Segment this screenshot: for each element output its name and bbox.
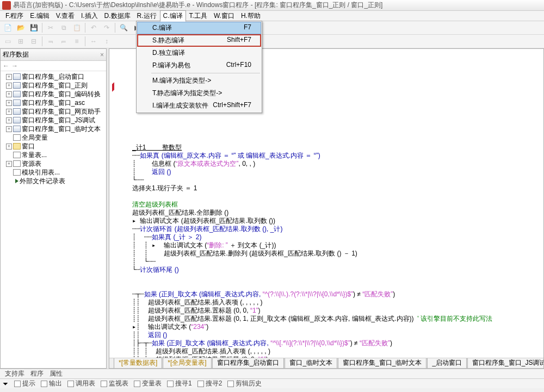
tree-item[interactable]: 模块引用表... (3, 168, 106, 177)
expand-icon[interactable]: + (6, 83, 12, 89)
tree-item[interactable]: +窗口程序集_窗口_asc (3, 98, 106, 107)
tree-item[interactable]: +资源表 (3, 159, 106, 168)
close-icon[interactable]: × (100, 51, 104, 59)
expand-icon[interactable]: + (6, 144, 12, 150)
toolbar-1: 📄 📂 💾 ✂ ⧉ 📋 ↶ ↷ 🔍 ▶ ■ ⏸ ⬇ ⬆ (0, 21, 544, 35)
cut-icon[interactable]: ✂ (45, 22, 57, 34)
tree-label: 窗口程序集_启动窗口 (22, 72, 84, 82)
win-icon (13, 126, 21, 132)
menu-item-compile-installer[interactable]: I.编译生成安装软件Ctrl+Shift+F7 (137, 99, 261, 112)
menu-compile[interactable]: C.编译 (160, 10, 186, 22)
tb2-2[interactable]: ⊞ (15, 35, 27, 47)
tree-label: 窗口程序集_窗口_编码转换 (22, 90, 101, 99)
expand-icon[interactable]: + (6, 74, 12, 80)
app-icon (2, 1, 11, 10)
tb2-3[interactable]: ⊟ (28, 35, 40, 47)
tab-cliphist[interactable]: 剪辑历史 (227, 379, 262, 388)
tb2-8[interactable]: ↕ (101, 35, 113, 47)
project-tree[interactable]: +窗口程序集_启动窗口+窗口程序集_窗口_正则+窗口程序集_窗口_编码转换+窗口… (1, 71, 106, 368)
win-icon (13, 82, 21, 89)
sidebar-toolbar: ← → (1, 61, 106, 71)
tree-item[interactable]: 全局变量 (3, 133, 106, 142)
editor-tab[interactable]: 窗口程序集_启动窗口 (212, 358, 285, 368)
menu-item-static-compile[interactable]: S.静态编译Shift+F7 (137, 34, 261, 47)
editor-tab[interactable]: _启动窗口 (427, 358, 467, 368)
search-icon (197, 381, 204, 387)
tab-hint[interactable]: 提示 (14, 379, 35, 388)
new-icon[interactable]: 📄 (2, 22, 14, 34)
tab-properties[interactable]: 属性 (48, 369, 63, 378)
tree-item[interactable]: +窗口程序集_窗口_临时文本 (3, 125, 106, 133)
editor-tab[interactable]: 窗口_临时文本 (285, 358, 337, 368)
tab-support-lib[interactable]: 支持库 (3, 369, 24, 378)
tree-item[interactable]: +窗口程序集_启动窗口 (3, 72, 106, 81)
tab-search1[interactable]: 搜寻1 (167, 379, 192, 388)
save-icon[interactable]: 💾 (28, 22, 40, 34)
forward-icon[interactable]: → (11, 62, 18, 70)
expand-icon[interactable]: + (6, 91, 12, 97)
redo-icon[interactable]: ↷ (101, 22, 113, 34)
menu-help[interactable]: H.帮助 (238, 10, 264, 22)
expand-icon[interactable]: + (6, 109, 12, 115)
back-icon[interactable]: ← (3, 62, 9, 70)
expand-icon[interactable]: + (6, 161, 12, 167)
watch-icon (101, 381, 107, 387)
expand-icon[interactable]: + (6, 117, 12, 123)
titlebar: 易语言(加密狗版) - C:\Users\于然\Desktop\ilnshi\e… (0, 0, 544, 11)
menu-database[interactable]: D.数据库 (101, 10, 134, 22)
menu-file[interactable]: F.程序 (2, 10, 27, 22)
tree-label: 全局变量 (22, 133, 48, 142)
menu-item-static-compile-as-type[interactable]: T.静态编译为指定类型-> (137, 87, 261, 99)
tb2-4[interactable]: ⫬ (45, 35, 57, 47)
tree-label: 常量表... (22, 151, 47, 160)
tree-item[interactable]: +窗口 (3, 142, 106, 151)
tab-search2[interactable]: 搜寻2 (197, 379, 222, 388)
editor-tab[interactable]: 窗口程序集_窗口_临时文本 (338, 358, 426, 368)
win-icon (13, 91, 21, 97)
tb2-1[interactable]: ▭ (2, 35, 14, 47)
menu-run[interactable]: R.运行 (134, 10, 160, 22)
menu-window[interactable]: W.窗口 (211, 10, 238, 22)
sidebar-header: 程序数据 × (1, 49, 106, 61)
tree-label: 窗口 (22, 142, 35, 151)
tab-vars[interactable]: 变量表 (134, 379, 162, 388)
tab-program[interactable]: 程序 (29, 369, 44, 378)
menu-item-compile-as-type[interactable]: M.编译为指定类型-> (137, 74, 261, 87)
tb2-5[interactable]: ⫭ (58, 35, 70, 47)
tree-item[interactable]: +窗口程序集_窗口_编码转换 (3, 90, 106, 98)
tree-item[interactable]: 外部文件记录表 (3, 177, 106, 185)
tree-item[interactable]: 常量表... (3, 151, 106, 159)
expand-icon[interactable]: + (6, 100, 12, 106)
menu-item-compile[interactable]: C.编译F7 (137, 22, 261, 34)
find-icon[interactable]: 🔍 (118, 22, 129, 34)
menu-insert[interactable]: I.插入 (78, 10, 101, 22)
tree-label: 窗口程序集_窗口_JS调试 (22, 116, 95, 125)
fold-icon (13, 143, 21, 150)
open-icon[interactable]: 📂 (15, 22, 27, 34)
tab-watch[interactable]: 监视表 (101, 379, 128, 388)
copy-icon[interactable]: ⧉ (58, 22, 70, 34)
tree-item[interactable]: +窗口程序集_窗口_网页助手 (3, 107, 106, 116)
expand-icon[interactable]: + (6, 126, 12, 132)
menubar: F.程序 E.编辑 V.查看 I.插入 D.数据库 R.运行 C.编译 T.工具… (0, 11, 544, 21)
editor-tabs: *[常量数据表]*[全局变量表]窗口程序集_启动窗口窗口_临时文本窗口程序集_窗… (109, 358, 543, 368)
main-area: 程序数据 × ← → +窗口程序集_启动窗口+窗口程序集_窗口_正则+窗口程序集… (0, 48, 544, 369)
tb2-6[interactable]: ≡ (71, 35, 83, 47)
menu-view[interactable]: V.查看 (53, 10, 78, 22)
menu-edit[interactable]: E.编辑 (27, 10, 52, 22)
menu-tools[interactable]: T.工具 (186, 10, 211, 22)
corner-icon[interactable]: ⏷ (2, 380, 9, 388)
paste-icon[interactable]: 📋 (71, 22, 83, 34)
menu-item-standalone-compile[interactable]: D.独立编译 (137, 47, 261, 59)
tree-item[interactable]: +窗口程序集_窗口_正则 (3, 81, 106, 90)
undo-icon[interactable]: ↶ (88, 22, 100, 34)
editor-tab[interactable]: 窗口程序集_窗口_JS调试 (467, 358, 543, 368)
editor-tab[interactable]: *[常量数据表] (114, 358, 162, 368)
menu-item-compile-package[interactable]: P.编译为易包Ctrl+F10 (137, 59, 261, 72)
tab-calltable[interactable]: 调用表 (67, 379, 95, 388)
vars-icon (134, 381, 140, 387)
tb2-7[interactable]: ↔ (88, 35, 100, 47)
tab-output[interactable]: 输出 (41, 379, 62, 388)
tree-item[interactable]: +窗口程序集_窗口_JS调试 (3, 116, 106, 125)
editor-tab[interactable]: *[全局变量表] (163, 358, 211, 368)
